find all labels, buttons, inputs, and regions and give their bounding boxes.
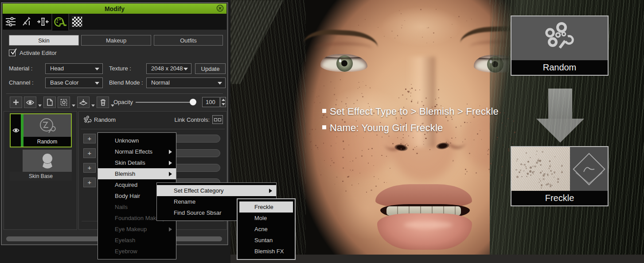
link-controls-label: Link Controls: [175,116,210,123]
chevron-down-icon [183,68,188,70]
add-layer-button[interactable] [10,97,22,108]
submenu-arrow-icon [269,189,272,193]
freckle-texture-swatch [511,147,570,191]
blend-mode-dropdown[interactable]: Normal [146,77,226,88]
activate-editor-row: Activate Editor [9,50,57,56]
delete-layer-button[interactable] [97,97,109,108]
layer-item-skin-base[interactable]: Skin Base [10,150,72,181]
random-slash-wrench-icon [38,117,57,135]
edit-pose-icon[interactable] [21,16,32,27]
annotation-line: Name: Young Girl Freckle [322,122,443,134]
adjust-sliders-icon[interactable] [5,16,16,27]
mask-selection-button[interactable] [58,97,70,108]
submenu-arrow-icon [169,150,172,154]
tab-skin[interactable]: Skin [9,35,79,46]
opacity-slider-track[interactable] [136,102,195,103]
menu-item-eyebrow: Eyebrow [98,246,176,257]
bullet-square [322,125,326,129]
expand-row-button[interactable]: + [83,148,96,158]
opacity-value-field[interactable]: 100 [202,97,220,107]
layer-item-random[interactable]: Random [10,113,72,147]
chevron-down-icon [95,82,99,85]
menu-item-blemish-fx[interactable]: Blemish FX [238,246,295,257]
menu-item-suntan[interactable]: Suntan [238,235,295,246]
activate-editor-checkbox[interactable] [9,50,16,56]
link-controls-button[interactable] [212,115,223,124]
duplicate-layer-button[interactable] [43,97,56,108]
freckle-card-label: Freckle [511,191,608,205]
expand-row-button[interactable]: + [83,163,96,173]
blemish-type-menu: FreckleMoleAcneSuntanBlemish FX [237,198,296,260]
menu-item-mole[interactable]: Mole [238,213,295,224]
menu-item-eyelash: Eyelash [98,235,176,246]
spin-up-icon[interactable] [222,99,225,101]
effect-panel-header: Random Link Controls: [79,112,226,128]
toolbar-group-right [69,14,226,30]
skin-base-thumbnail [23,150,72,172]
freckle-card-thumbnail [511,147,608,191]
layer-list: Random Skin Base [4,111,77,230]
layer-visibility-toggle[interactable] [11,114,21,147]
toolbar-tab-appearance[interactable] [52,14,68,31]
lower-lip [377,213,472,250]
tab-outfits[interactable]: Outfits [154,35,223,46]
blend-mode-label: Blend Mode : [109,77,143,88]
update-button[interactable]: Update [195,63,226,74]
bullet-square [322,109,326,113]
substance-diamond-icon [570,147,608,191]
down-arrow [536,89,584,143]
material-dropdown[interactable]: Head [45,63,103,74]
palette-icon [54,16,67,28]
channel-dropdown[interactable]: Base Color [45,77,103,88]
submenu-arrow-icon [169,161,172,165]
head-silhouette-icon [39,152,56,170]
mask-dropdown-caret[interactable] [72,104,75,107]
random-card-thumbnail [511,16,608,60]
visibility-dropdown-caret[interactable] [38,104,42,107]
menu-item-eye-makeup: Eye Makeup [98,224,176,235]
menu-item-blemish[interactable]: Blemish [98,168,176,179]
texture-size-dropdown[interactable]: 2048 x 2048 [146,63,191,74]
random-card-label: Random [511,60,608,75]
opacity-slider-knob[interactable] [190,99,196,105]
tab-makeup[interactable]: Makeup [81,35,151,46]
menu-item-set-effect-category[interactable]: Set Effect Category [157,185,276,196]
menu-item-acne[interactable]: Acne [238,224,295,235]
separator [81,129,225,129]
close-icon[interactable] [216,4,224,12]
menu-item-normal-effects[interactable]: Normal Effects [98,146,176,157]
bake-dropdown-caret[interactable] [91,104,95,107]
expand-row-button[interactable]: + [83,178,96,187]
submenu-arrow-icon [169,227,172,232]
morph-icon[interactable] [37,16,49,27]
submenu-arrow-icon [169,172,172,176]
panel-titlebar[interactable]: Modify [3,4,226,14]
channel-label: Channel : [9,77,34,88]
expand-row-button[interactable]: + [83,134,96,143]
opacity-spinner[interactable] [220,97,226,107]
menu-item-freckle[interactable]: Freckle [239,201,293,213]
spin-down-icon[interactable] [222,103,225,105]
freckle-effect-card: Freckle [511,146,609,206]
random-effect-card: Random [511,15,609,76]
random-dots-wrench-icon [540,21,579,56]
effect-title: Random [94,116,116,123]
texture-label: Texture : [109,63,131,74]
bake-layers-button[interactable] [77,97,90,108]
layer-name: Random [23,137,71,147]
panel-title: Modify [105,5,125,12]
layer-visibility-button[interactable] [24,97,36,108]
left-eyelid-crease [315,43,372,54]
toolbar-group-left [3,14,51,30]
random-dots-wrench-small-icon [83,116,92,124]
separator [6,93,223,94]
activate-editor-label: Activate Editor [20,50,57,56]
material-label: Material : [9,63,32,74]
menu-item-unknown[interactable]: Unknown [98,135,176,146]
texture-checker-icon[interactable] [72,16,82,27]
layer-name: Skin Base [10,172,72,181]
menu-item-skin-details[interactable]: Skin Details [98,157,176,168]
random-layer-thumbnail [23,114,71,137]
opacity-label: Opacity [113,97,133,108]
chevron-down-icon [95,68,99,70]
